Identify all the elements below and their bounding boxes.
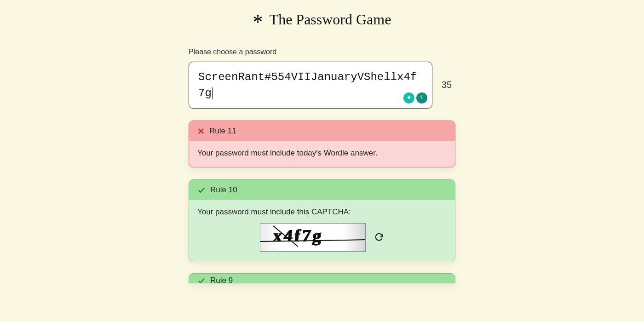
moon-icon: ☾ [416, 92, 427, 104]
captcha-image: x4f7g [260, 223, 366, 252]
password-prompt: Please choose a password [189, 48, 455, 56]
character-count: 35 [442, 80, 455, 90]
refresh-icon[interactable] [374, 232, 384, 242]
password-input-row: ScreenRant#554VIIJanuaryVShellx4f7g ◆ ☾ … [189, 62, 455, 109]
rule-card-10: Rule 10 Your password must include this … [189, 179, 455, 261]
rule-card-11: Rule 11 Your password must include today… [189, 121, 455, 167]
x-icon [197, 127, 205, 135]
main-column: Please choose a password ScreenRant#554V… [189, 48, 455, 283]
rule-header: Rule 10 [189, 180, 455, 200]
rule-card-9: Rule 9 [189, 273, 455, 283]
check-icon [197, 276, 206, 283]
rule-text: Your password must include this CAPTCHA: [197, 207, 447, 217]
rule-header: Rule 11 [189, 121, 455, 141]
text-cursor [212, 87, 213, 99]
captcha-row: x4f7g [197, 223, 447, 252]
rule-body: Your password must include this CAPTCHA:… [189, 200, 455, 261]
page-title-row: * The Password Game [0, 0, 644, 48]
captcha-text: x4f7g [272, 225, 324, 246]
page-title: The Password Game [270, 11, 391, 28]
browser-extension-badge[interactable]: ◆ ☾ [403, 92, 427, 104]
rule-text: Your password must include today's Wordl… [189, 141, 455, 167]
asterisk-icon: * [253, 12, 263, 32]
password-input[interactable]: ScreenRant#554VIIJanuaryVShellx4f7g ◆ ☾ [189, 62, 432, 109]
check-icon [197, 186, 206, 194]
rule-label: Rule 11 [209, 126, 236, 136]
password-value: ScreenRant#554VIIJanuaryVShellx4f7g [198, 71, 417, 99]
extension-icon: ◆ [403, 92, 414, 104]
rule-label: Rule 10 [210, 185, 237, 195]
rule-label: Rule 9 [210, 276, 233, 283]
